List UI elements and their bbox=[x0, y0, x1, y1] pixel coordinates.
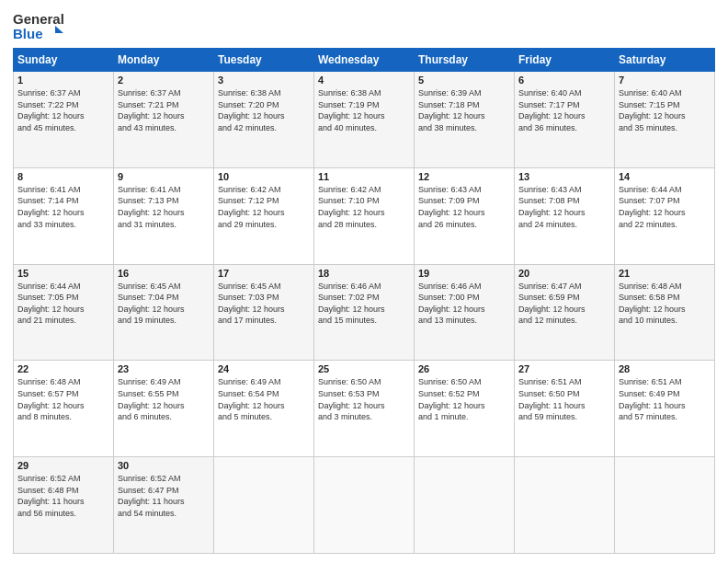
day-number: 6 bbox=[518, 75, 610, 86]
calendar-cell: 1Sunrise: 6:37 AM Sunset: 7:22 PM Daylig… bbox=[14, 72, 114, 168]
day-number: 17 bbox=[218, 268, 310, 279]
day-info: Sunrise: 6:43 AM Sunset: 7:09 PM Dayligh… bbox=[418, 184, 510, 230]
day-number: 21 bbox=[619, 268, 711, 279]
day-info: Sunrise: 6:50 AM Sunset: 6:53 PM Dayligh… bbox=[318, 376, 410, 422]
calendar-col-header: Friday bbox=[515, 49, 615, 72]
day-info: Sunrise: 6:46 AM Sunset: 7:02 PM Dayligh… bbox=[318, 281, 410, 327]
day-number: 19 bbox=[418, 268, 510, 279]
calendar-cell: 24Sunrise: 6:49 AM Sunset: 6:54 PM Dayli… bbox=[214, 361, 314, 457]
calendar-cell bbox=[314, 457, 415, 554]
calendar-cell: 28Sunrise: 6:51 AM Sunset: 6:49 PM Dayli… bbox=[615, 361, 715, 457]
calendar-week-row: 8Sunrise: 6:41 AM Sunset: 7:14 PM Daylig… bbox=[14, 167, 715, 264]
logo-svg: GeneralBlue bbox=[13, 9, 66, 42]
day-info: Sunrise: 6:38 AM Sunset: 7:19 PM Dayligh… bbox=[318, 87, 410, 133]
calendar-cell: 30Sunrise: 6:52 AM Sunset: 6:47 PM Dayli… bbox=[114, 457, 214, 554]
calendar-cell: 12Sunrise: 6:43 AM Sunset: 7:09 PM Dayli… bbox=[415, 167, 515, 264]
day-info: Sunrise: 6:50 AM Sunset: 6:52 PM Dayligh… bbox=[418, 376, 510, 422]
calendar-cell: 29Sunrise: 6:52 AM Sunset: 6:48 PM Dayli… bbox=[14, 457, 114, 554]
calendar-cell: 14Sunrise: 6:44 AM Sunset: 7:07 PM Dayli… bbox=[615, 167, 715, 264]
calendar-week-row: 22Sunrise: 6:48 AM Sunset: 6:57 PM Dayli… bbox=[14, 361, 715, 457]
calendar-cell: 15Sunrise: 6:44 AM Sunset: 7:05 PM Dayli… bbox=[14, 264, 114, 361]
calendar-week-row: 15Sunrise: 6:44 AM Sunset: 7:05 PM Dayli… bbox=[14, 264, 715, 361]
calendar-cell bbox=[415, 457, 515, 554]
day-number: 18 bbox=[318, 268, 410, 279]
calendar-cell: 17Sunrise: 6:45 AM Sunset: 7:03 PM Dayli… bbox=[214, 264, 314, 361]
calendar-cell: 20Sunrise: 6:47 AM Sunset: 6:59 PM Dayli… bbox=[515, 264, 615, 361]
day-info: Sunrise: 6:41 AM Sunset: 7:13 PM Dayligh… bbox=[118, 184, 210, 230]
calendar-col-header: Saturday bbox=[615, 49, 715, 72]
day-info: Sunrise: 6:49 AM Sunset: 6:55 PM Dayligh… bbox=[118, 376, 210, 422]
day-number: 22 bbox=[17, 363, 109, 374]
calendar-cell bbox=[214, 457, 314, 554]
calendar-cell: 23Sunrise: 6:49 AM Sunset: 6:55 PM Dayli… bbox=[114, 361, 214, 457]
calendar-cell: 10Sunrise: 6:42 AM Sunset: 7:12 PM Dayli… bbox=[214, 167, 314, 264]
day-info: Sunrise: 6:48 AM Sunset: 6:58 PM Dayligh… bbox=[619, 281, 711, 327]
day-number: 7 bbox=[619, 75, 711, 86]
day-info: Sunrise: 6:42 AM Sunset: 7:12 PM Dayligh… bbox=[218, 184, 310, 230]
header: GeneralBlue bbox=[13, 9, 715, 42]
calendar-col-header: Sunday bbox=[14, 49, 114, 72]
day-info: Sunrise: 6:52 AM Sunset: 6:47 PM Dayligh… bbox=[118, 473, 210, 519]
calendar-cell bbox=[515, 457, 615, 554]
day-info: Sunrise: 6:48 AM Sunset: 6:57 PM Dayligh… bbox=[17, 376, 109, 422]
day-info: Sunrise: 6:39 AM Sunset: 7:18 PM Dayligh… bbox=[418, 87, 510, 133]
day-info: Sunrise: 6:46 AM Sunset: 7:00 PM Dayligh… bbox=[418, 281, 510, 327]
calendar-cell: 4Sunrise: 6:38 AM Sunset: 7:19 PM Daylig… bbox=[314, 72, 415, 168]
calendar-cell: 21Sunrise: 6:48 AM Sunset: 6:58 PM Dayli… bbox=[615, 264, 715, 361]
calendar-cell: 8Sunrise: 6:41 AM Sunset: 7:14 PM Daylig… bbox=[14, 167, 114, 264]
day-number: 27 bbox=[518, 363, 610, 374]
calendar-week-row: 29Sunrise: 6:52 AM Sunset: 6:48 PM Dayli… bbox=[14, 457, 715, 554]
day-info: Sunrise: 6:49 AM Sunset: 6:54 PM Dayligh… bbox=[218, 376, 310, 422]
calendar-cell: 13Sunrise: 6:43 AM Sunset: 7:08 PM Dayli… bbox=[515, 167, 615, 264]
day-number: 16 bbox=[118, 268, 210, 279]
calendar-cell: 26Sunrise: 6:50 AM Sunset: 6:52 PM Dayli… bbox=[415, 361, 515, 457]
svg-text:Blue: Blue bbox=[13, 26, 43, 41]
day-number: 1 bbox=[17, 75, 109, 86]
calendar-cell: 5Sunrise: 6:39 AM Sunset: 7:18 PM Daylig… bbox=[415, 72, 515, 168]
calendar-cell: 3Sunrise: 6:38 AM Sunset: 7:20 PM Daylig… bbox=[214, 72, 314, 168]
day-number: 5 bbox=[418, 75, 510, 86]
calendar-cell: 6Sunrise: 6:40 AM Sunset: 7:17 PM Daylig… bbox=[515, 72, 615, 168]
calendar-col-header: Tuesday bbox=[214, 49, 314, 72]
day-number: 26 bbox=[418, 363, 510, 374]
day-number: 28 bbox=[619, 363, 711, 374]
calendar-col-header: Wednesday bbox=[314, 49, 415, 72]
calendar: SundayMondayTuesdayWednesdayThursdayFrid… bbox=[13, 48, 715, 554]
day-number: 29 bbox=[17, 460, 109, 471]
calendar-cell: 11Sunrise: 6:42 AM Sunset: 7:10 PM Dayli… bbox=[314, 167, 415, 264]
day-info: Sunrise: 6:38 AM Sunset: 7:20 PM Dayligh… bbox=[218, 87, 310, 133]
svg-marker-2 bbox=[55, 26, 63, 33]
calendar-cell: 27Sunrise: 6:51 AM Sunset: 6:50 PM Dayli… bbox=[515, 361, 615, 457]
day-info: Sunrise: 6:40 AM Sunset: 7:15 PM Dayligh… bbox=[619, 87, 711, 133]
day-info: Sunrise: 6:43 AM Sunset: 7:08 PM Dayligh… bbox=[518, 184, 610, 230]
day-info: Sunrise: 6:37 AM Sunset: 7:21 PM Dayligh… bbox=[118, 87, 210, 133]
day-number: 24 bbox=[218, 363, 310, 374]
day-number: 4 bbox=[318, 75, 410, 86]
day-info: Sunrise: 6:41 AM Sunset: 7:14 PM Dayligh… bbox=[17, 184, 109, 230]
calendar-col-header: Thursday bbox=[415, 49, 515, 72]
day-number: 8 bbox=[17, 171, 109, 182]
svg-text:General: General bbox=[13, 11, 64, 27]
day-number: 15 bbox=[17, 268, 109, 279]
day-number: 25 bbox=[318, 363, 410, 374]
calendar-cell: 18Sunrise: 6:46 AM Sunset: 7:02 PM Dayli… bbox=[314, 264, 415, 361]
day-info: Sunrise: 6:40 AM Sunset: 7:17 PM Dayligh… bbox=[518, 87, 610, 133]
day-info: Sunrise: 6:47 AM Sunset: 6:59 PM Dayligh… bbox=[518, 281, 610, 327]
day-number: 20 bbox=[518, 268, 610, 279]
calendar-cell: 2Sunrise: 6:37 AM Sunset: 7:21 PM Daylig… bbox=[114, 72, 214, 168]
day-info: Sunrise: 6:45 AM Sunset: 7:04 PM Dayligh… bbox=[118, 281, 210, 327]
day-number: 9 bbox=[118, 171, 210, 182]
calendar-col-header: Monday bbox=[114, 49, 214, 72]
logo: GeneralBlue bbox=[13, 9, 66, 42]
day-number: 10 bbox=[218, 171, 310, 182]
day-info: Sunrise: 6:44 AM Sunset: 7:07 PM Dayligh… bbox=[619, 184, 711, 230]
day-number: 23 bbox=[118, 363, 210, 374]
day-info: Sunrise: 6:51 AM Sunset: 6:50 PM Dayligh… bbox=[518, 376, 610, 422]
calendar-header-row: SundayMondayTuesdayWednesdayThursdayFrid… bbox=[14, 49, 715, 72]
day-info: Sunrise: 6:45 AM Sunset: 7:03 PM Dayligh… bbox=[218, 281, 310, 327]
calendar-cell: 25Sunrise: 6:50 AM Sunset: 6:53 PM Dayli… bbox=[314, 361, 415, 457]
calendar-cell bbox=[615, 457, 715, 554]
calendar-cell: 9Sunrise: 6:41 AM Sunset: 7:13 PM Daylig… bbox=[114, 167, 214, 264]
day-info: Sunrise: 6:37 AM Sunset: 7:22 PM Dayligh… bbox=[17, 87, 109, 133]
day-number: 12 bbox=[418, 171, 510, 182]
